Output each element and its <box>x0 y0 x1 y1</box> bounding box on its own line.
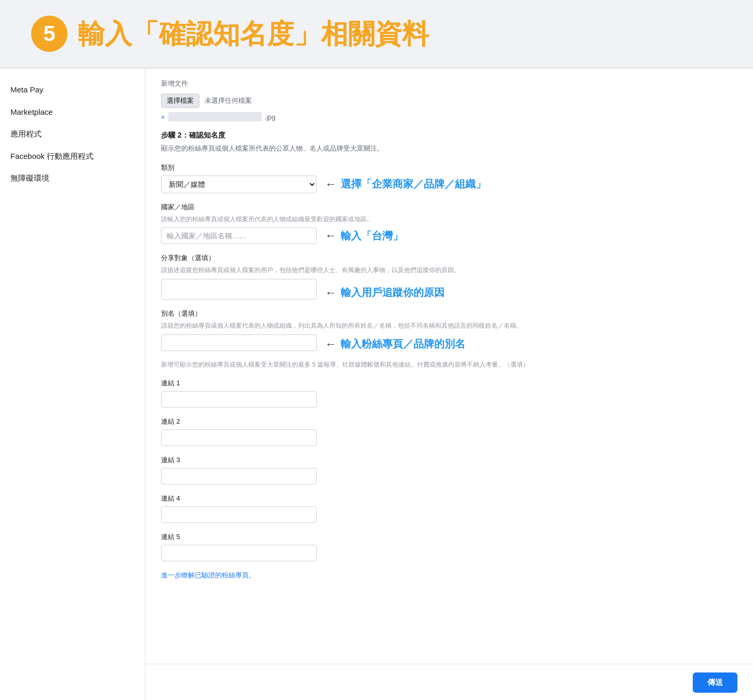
file-bar <box>168 112 262 122</box>
link1-input[interactable] <box>161 391 317 408</box>
submit-button[interactable]: 傳送 <box>693 672 737 693</box>
country-desc: 請輸入您的粉絲專頁或個人檔案所代表的人物或組織最受歡迎的國家或地區。 <box>161 215 737 224</box>
link4-field: 連結 4 <box>161 494 737 523</box>
step2-section: 步驟 2：確認知名度 顯示您的粉絲專頁或個人檔案所代表的公眾人物、名人或品牌受大… <box>161 131 737 154</box>
link3-label: 連結 3 <box>161 455 737 465</box>
alias-row: ← 輸入粉絲專頁／品牌的別名 <box>161 334 737 351</box>
page-header: 5 輸入「確認知名度」相關資料 <box>0 0 753 69</box>
further-info-row: 進一步瞭解已驗證的粉絲專頁。 <box>161 571 737 580</box>
step2-desc: 顯示您的粉絲專頁或個人檔案所代表的公眾人物、名人或品牌受大眾關注。 <box>161 143 737 154</box>
audience-field: 分享對象（選填） 請描述追蹤您粉絲專頁或個人檔案的用戶，包括他們是哪些人士、有興… <box>161 253 737 300</box>
country-annotation-text: 輸入「台灣」 <box>341 229 403 243</box>
link5-field: 連結 5 <box>161 532 737 561</box>
audience-textarea[interactable] <box>161 279 317 300</box>
links-intro-text: 新增可顯示您的粉絲專頁或個人檔案受大眾關注的最多 5 篇報導、社群媒體帳號和其他… <box>161 360 737 369</box>
main-layout: Meta Pay Marketplace 應用程式 Facebook 行動應用程… <box>0 69 753 700</box>
no-file-text: 未選擇任何檔案 <box>205 96 252 105</box>
link3-field: 連結 3 <box>161 455 737 484</box>
audience-desc: 請描述追蹤您粉絲專頁或個人檔案的用戶，包括他們是哪些人士、有興趣的人事物，以及他… <box>161 266 737 275</box>
sidebar-item-accessibility[interactable]: 無障礙環境 <box>10 167 135 190</box>
link4-label: 連結 4 <box>161 494 737 503</box>
country-annotation-arrow: ← <box>325 229 337 243</box>
page-title: 輸入「確認知名度」相關資料 <box>78 18 429 50</box>
link1-field: 連結 1 <box>161 379 737 408</box>
form-content: 新增文件 選擇檔案 未選擇任何檔案 × .jpg 步驟 2：確認知名度 顯示您的… <box>145 69 753 664</box>
sidebar-item-meta-pay[interactable]: Meta Pay <box>10 79 135 101</box>
audience-label: 分享對象（選填） <box>161 253 737 263</box>
audience-annotation-arrow: ← <box>325 286 337 300</box>
sidebar-item-apps[interactable]: 應用程式 <box>10 123 135 145</box>
category-annotation-arrow: ← <box>325 178 337 191</box>
country-row: ← 輸入「台灣」 <box>161 227 737 244</box>
link5-input[interactable] <box>161 545 317 561</box>
choose-file-button[interactable]: 選擇檔案 <box>161 93 199 108</box>
link3-input[interactable] <box>161 468 317 484</box>
link2-input[interactable] <box>161 429 317 446</box>
category-field: 類別 新聞／媒體 企業商家／品牌／組織 娛樂 運動 音樂 政府與政治 非政府組織… <box>161 163 737 193</box>
file-extension: .jpg <box>265 113 276 121</box>
file-upload-row: 選擇檔案 未選擇任何檔案 <box>161 93 737 108</box>
link2-field: 連結 2 <box>161 417 737 446</box>
country-label: 國家／地區 <box>161 203 737 212</box>
uploaded-file-row: × .jpg <box>161 112 737 122</box>
bottom-bar: 傳送 <box>145 664 753 700</box>
sidebar-item-marketplace[interactable]: Marketplace <box>10 101 135 124</box>
link2-label: 連結 2 <box>161 417 737 426</box>
category-label: 類別 <box>161 163 737 172</box>
link4-input[interactable] <box>161 506 317 523</box>
alias-label: 別名（選填） <box>161 309 737 318</box>
alias-input[interactable] <box>161 334 317 351</box>
audience-annotation-text: 輸入用戶追蹤你的原因 <box>341 286 445 300</box>
step-circle: 5 <box>31 16 68 52</box>
category-select[interactable]: 新聞／媒體 企業商家／品牌／組織 娛樂 運動 音樂 政府與政治 非政府組織 教育 <box>161 176 317 193</box>
new-document-section: 新增文件 選擇檔案 未選擇任何檔案 × .jpg <box>161 79 737 122</box>
step2-label: 步驟 2：確認知名度 <box>161 131 737 140</box>
country-input[interactable] <box>161 227 317 244</box>
sidebar: Meta Pay Marketplace 應用程式 Facebook 行動應用程… <box>0 69 145 700</box>
new-document-label: 新增文件 <box>161 79 737 88</box>
link1-label: 連結 1 <box>161 379 737 388</box>
alias-annotation-text: 輸入粉絲專頁／品牌的別名 <box>341 337 465 351</box>
links-intro-section: 新增可顯示您的粉絲專頁或個人檔案受大眾關注的最多 5 篇報導、社群媒體帳號和其他… <box>161 360 737 369</box>
country-field: 國家／地區 請輸入您的粉絲專頁或個人檔案所代表的人物或組織最受歡迎的國家或地區。… <box>161 203 737 245</box>
category-row: 新聞／媒體 企業商家／品牌／組織 娛樂 運動 音樂 政府與政治 非政府組織 教育… <box>161 176 737 193</box>
alias-desc: 請就您的粉絲專頁或個人檔案代表的人物或組織，列出其為人所知的所有姓名／名稱，包括… <box>161 321 737 330</box>
audience-row: ← 輸入用戶追蹤你的原因 <box>161 279 737 300</box>
alias-annotation-arrow: ← <box>325 338 337 351</box>
sidebar-item-fb-mobile[interactable]: Facebook 行動應用程式 <box>10 145 135 168</box>
further-info-link[interactable]: 進一步瞭解已驗證的粉絲專頁。 <box>161 571 256 579</box>
category-annotation-text: 選擇「企業商家／品牌／組織」 <box>341 177 486 191</box>
alias-field: 別名（選填） 請就您的粉絲專頁或個人檔案代表的人物或組織，列出其為人所知的所有姓… <box>161 309 737 351</box>
remove-file-button[interactable]: × <box>161 113 165 121</box>
link5-label: 連結 5 <box>161 532 737 542</box>
